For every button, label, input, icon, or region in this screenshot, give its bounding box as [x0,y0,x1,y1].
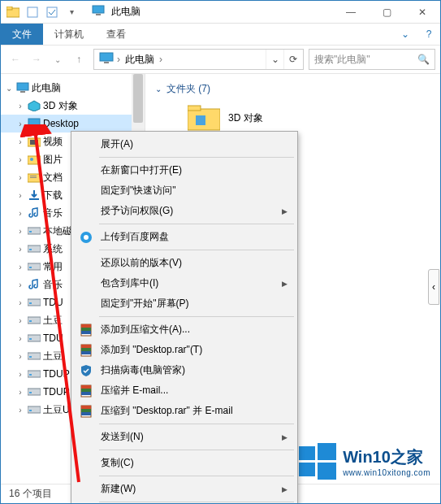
ribbon-expand-icon[interactable]: ⌄ [393,24,417,45]
menu-separator [99,316,294,317]
expand-icon[interactable]: › [15,370,25,379]
tree-root-pc[interactable]: ⌄ 此电脑 [1,79,145,97]
scrollbar-thumb[interactable] [133,74,143,123]
qat-item-1[interactable] [24,3,41,21]
forward-button[interactable]: → [27,50,46,69]
svg-rect-23 [29,249,32,250]
menu-item[interactable]: 复制(C) [73,453,296,473]
tab-file[interactable]: 文件 [1,24,43,45]
menu-item[interactable]: 压缩到 "Desktop.rar" 并 E-mail [73,401,296,421]
back-button[interactable]: ← [6,50,25,69]
menu-item[interactable]: 压缩并 E-mail... [73,380,296,401]
menu-item-label: 添加到 "Desktop.rar"(T) [101,343,202,357]
menu-item[interactable]: 扫描病毒(电脑管家) [73,360,296,380]
window-buttons: — ▢ ✕ [333,1,440,23]
up-button[interactable]: ↑ [69,50,89,69]
explorer-icon [4,3,22,21]
svg-rect-63 [318,443,336,460]
tab-view[interactable]: 查看 [95,24,137,45]
menu-item[interactable]: 固定到"快速访问" [73,180,296,201]
breadcrumb-root[interactable]: 此电脑 [120,53,159,67]
menu-item[interactable]: 在新窗口中打开(E) [73,160,296,180]
expand-icon[interactable]: › [15,102,25,111]
tree-item-icon [27,295,41,310]
group-label: 文件夹 (7) [166,82,210,96]
maximize-button[interactable]: ▢ [369,1,404,23]
tree-item-icon [27,224,41,238]
menu-item[interactable]: 固定到"开始"屏幕(P) [73,293,296,314]
search-box[interactable]: 搜索"此电脑" 🔍 [309,49,435,70]
tree-item-label: TDUP [43,368,70,380]
menu-item[interactable]: 授予访问权限(G) [73,201,296,221]
tree-item-icon [27,385,41,399]
svg-rect-54 [81,385,91,389]
tree-root-label: 此电脑 [32,81,61,95]
svg-rect-56 [81,392,91,395]
expand-icon[interactable]: › [15,209,25,218]
svg-rect-27 [29,302,32,304]
menu-item[interactable]: 添加到 "Desktop.rar"(T) [73,340,296,360]
expand-icon[interactable]: › [15,406,25,415]
expand-icon[interactable]: › [15,316,25,325]
folder-group-header[interactable]: ⌄ 文件夹 (7) [155,80,430,104]
baidu-icon [78,229,94,245]
expand-icon[interactable]: › [15,334,25,343]
menu-item-label: 添加到压缩文件(A)... [101,323,190,337]
menu-item[interactable]: 新建(W) [73,479,296,499]
svg-rect-60 [81,412,91,415]
tree-item-label: 土豆U [43,403,70,417]
expand-icon[interactable]: › [15,298,25,307]
expand-icon[interactable]: › [15,191,25,200]
help-icon[interactable]: ? [417,24,440,45]
menu-item[interactable]: 展开(A) [73,134,296,154]
menu-separator [99,424,294,424]
address-dropdown-button[interactable]: ⌄ [266,50,283,69]
expand-icon[interactable]: › [15,137,25,146]
tree-item-label: 常用 [43,260,63,274]
expand-icon[interactable]: › [15,352,25,361]
tree-item-label: 3D 对象 [43,99,78,113]
svg-rect-39 [29,410,32,411]
menu-item[interactable]: 发送到(N) [73,427,296,447]
minimize-button[interactable]: — [333,1,369,23]
svg-rect-4 [93,6,104,13]
svg-rect-46 [81,324,91,328]
recent-locations-button[interactable]: ⌄ [48,50,67,69]
menu-item[interactable]: 上传到百度网盘 [73,227,296,247]
svg-rect-35 [29,374,32,376]
svg-rect-14 [28,156,41,164]
pc-small-icon [87,5,105,19]
expand-icon[interactable]: › [15,263,25,272]
folder-item-3d[interactable]: 3D 对象 [155,104,430,132]
tree-item[interactable]: ›3D 对象 [1,97,145,115]
svg-rect-33 [29,356,32,358]
qat-overflow[interactable]: ▾ [63,3,80,21]
expand-icon[interactable]: › [15,280,25,289]
expand-icon[interactable]: › [15,173,25,182]
tree-item-label: 图片 [43,153,63,167]
expand-icon[interactable]: › [15,388,25,397]
refresh-button[interactable]: ⟳ [283,50,301,69]
address-bar[interactable]: › 此电脑 › ⌄ ⟳ [93,49,304,70]
close-button[interactable]: ✕ [404,1,440,23]
tab-computer[interactable]: 计算机 [43,24,95,45]
qat-item-2[interactable] [43,3,61,21]
expand-icon[interactable]: › [15,119,25,128]
svg-rect-55 [81,389,91,392]
menu-separator [99,250,294,250]
svg-rect-25 [29,267,32,268]
expand-icon[interactable]: › [15,227,25,236]
expand-icon[interactable]: › [15,155,25,164]
menu-item[interactable]: 包含到库中(I) [73,273,296,293]
crumb-chevron-1[interactable]: › [159,54,162,65]
expand-icon[interactable]: › [15,245,25,254]
menu-item[interactable]: 添加到压缩文件(A)... [73,319,296,340]
rar-icon [78,342,94,358]
tree-item[interactable]: ›Desktop [1,115,145,133]
tree-item-icon [27,134,41,149]
svg-rect-5 [96,14,101,15]
tree-item-label: 视频 [43,135,63,149]
menu-item[interactable]: 还原以前的版本(V) [73,253,296,273]
preview-pane-handle[interactable]: ‹ [428,269,439,305]
expand-icon[interactable]: ⌄ [4,84,14,93]
